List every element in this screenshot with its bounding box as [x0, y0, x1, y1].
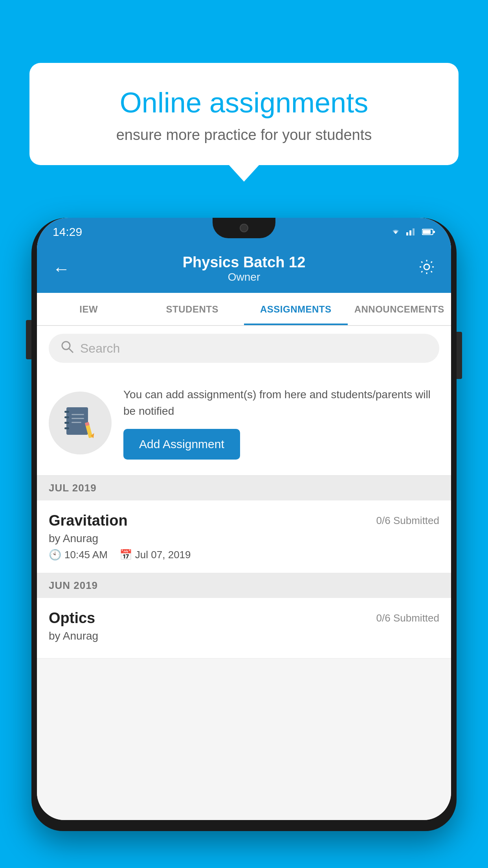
assignment-item-gravitation[interactable]: Gravitation 0/6 Submitted by Anurag 🕙 10… [37, 500, 451, 573]
meta-date-gravitation: 📅 Jul 07, 2019 [119, 549, 191, 561]
app-header: ← Physics Batch 12 Owner [37, 246, 451, 293]
settings-button[interactable] [418, 258, 435, 279]
svg-point-6 [424, 264, 429, 270]
speech-bubble-container: Online assignments ensure more practice … [29, 63, 459, 165]
status-icons [390, 226, 435, 238]
assignment-submitted-optics: 0/6 Submitted [376, 612, 439, 624]
speech-bubble-title: Online assignments [57, 86, 431, 119]
notebook-icon [64, 405, 96, 441]
svg-rect-2 [413, 228, 415, 235]
assignment-row1: Gravitation 0/6 Submitted [49, 512, 439, 529]
assignment-item-optics[interactable]: Optics 0/6 Submitted by Anurag [37, 598, 451, 658]
assignment-promo: You can add assignment(s) from here and … [37, 371, 451, 476]
tabs-bar: IEW STUDENTS ASSIGNMENTS ANNOUNCEMENTS [37, 293, 451, 326]
svg-line-8 [69, 349, 73, 353]
speech-bubble: Online assignments ensure more practice … [29, 63, 459, 165]
search-bar-container: Search [37, 326, 451, 371]
svg-rect-10 [64, 411, 69, 413]
wifi-icon [390, 226, 402, 238]
screen-content: Search [37, 326, 451, 820]
search-placeholder-text: Search [80, 341, 120, 356]
svg-rect-4 [423, 230, 431, 234]
signal-icon [406, 226, 417, 238]
header-subtitle: Owner [183, 271, 306, 283]
meta-time-gravitation: 🕙 10:45 AM [49, 549, 108, 561]
svg-rect-5 [433, 231, 435, 233]
promo-text: You can add assignment(s) from here and … [123, 386, 439, 419]
promo-content: You can add assignment(s) from here and … [123, 386, 439, 460]
header-title: Physics Batch 12 [183, 254, 306, 271]
svg-rect-14 [72, 414, 84, 415]
header-center: Physics Batch 12 Owner [183, 254, 306, 283]
assignment-name-gravitation: Gravitation [49, 512, 128, 529]
assignment-submitted-gravitation: 0/6 Submitted [376, 515, 439, 527]
phone-notch [213, 218, 275, 238]
svg-rect-0 [406, 232, 408, 235]
speech-bubble-subtitle: ensure more practice for your students [57, 127, 431, 143]
svg-rect-12 [64, 422, 69, 424]
phone-camera [240, 224, 248, 232]
svg-rect-9 [66, 407, 88, 435]
phone-inner: 14:29 [37, 218, 451, 820]
tab-announcements[interactable]: ANNOUNCEMENTS [348, 293, 451, 325]
assignment-meta-gravitation: 🕙 10:45 AM 📅 Jul 07, 2019 [49, 549, 439, 561]
tab-iew[interactable]: IEW [37, 293, 141, 325]
assignment-by-gravitation: by Anurag [49, 532, 439, 545]
svg-point-7 [62, 342, 70, 349]
svg-rect-16 [72, 422, 81, 423]
status-time: 14:29 [53, 225, 82, 239]
section-jun-2019: JUN 2019 [37, 573, 451, 598]
battery-icon [422, 226, 435, 238]
back-button[interactable]: ← [53, 259, 70, 279]
clock-icon: 🕙 [49, 549, 61, 561]
section-jul-2019: JUL 2019 [37, 476, 451, 500]
phone-outer: 14:29 [31, 218, 457, 831]
assignment-by-optics: by Anurag [49, 630, 439, 642]
search-icon [61, 340, 74, 357]
svg-rect-13 [64, 427, 69, 429]
tab-assignments[interactable]: ASSIGNMENTS [244, 293, 348, 325]
add-assignment-button[interactable]: Add Assignment [123, 429, 240, 460]
promo-icon-circle [49, 392, 112, 454]
calendar-icon: 📅 [119, 549, 132, 561]
phone-mockup: 14:29 [31, 212, 457, 868]
svg-rect-1 [409, 230, 411, 235]
svg-rect-11 [64, 416, 69, 418]
search-bar[interactable]: Search [49, 334, 439, 363]
tab-students[interactable]: STUDENTS [141, 293, 244, 325]
assignment-row1-optics: Optics 0/6 Submitted [49, 610, 439, 627]
assignment-name-optics: Optics [49, 610, 95, 627]
svg-rect-15 [72, 418, 84, 419]
